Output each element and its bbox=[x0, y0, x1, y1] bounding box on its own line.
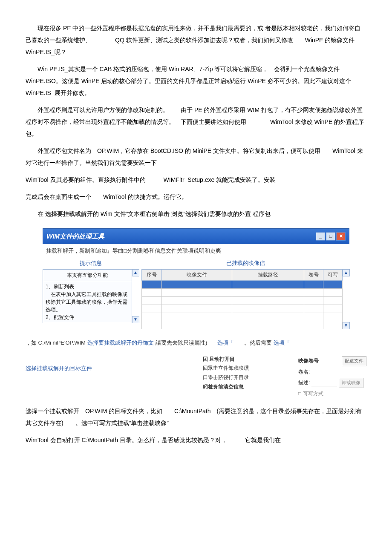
opt-auto-open[interactable]: 囙 且动打开目 bbox=[203, 355, 249, 364]
desc-label: 描述: bbox=[298, 378, 310, 388]
table-row[interactable] bbox=[142, 297, 343, 305]
scroll-up-icon[interactable]: ▲ bbox=[132, 269, 139, 276]
col-imagefile[interactable]: 映像文件 bbox=[162, 269, 232, 281]
config-file-button[interactable]: 配這文件 bbox=[342, 356, 366, 366]
options-label-2: 选项「 bbox=[274, 338, 290, 348]
tips-box: 本页有五部分功能 1、刷新列表 在表中加入其它工具挂载的映像或移除其它工具卸载的… bbox=[43, 269, 132, 323]
below-window-area: ，如 C:\Mi niPE'OP.WIM 选擇要挂载或解开的丹饰文 譆要先去除只… bbox=[26, 338, 366, 400]
tips-panel: 提示信息 本页有五部分功能 1、刷新列表 在表中加入其它工具挂载的映像或移除其它… bbox=[43, 257, 139, 323]
paragraph-3: 外置程序则是可以允许用户方便的修改和定制的。 由于 PE 的外置程序采用 WIM… bbox=[26, 104, 366, 140]
paragraph-8: 选择一个挂载或解开 OP.WIM 的目标文件夹，比如 C:\MountPath … bbox=[26, 405, 366, 429]
window-content: 提示信息 本页有五部分功能 1、刷新列表 在表中加入其它工具挂载的映像或移除其它… bbox=[43, 257, 349, 329]
paragraph-5: WimTool 及其必要的组件。直接执行附件中的 WIMFltr_Setup.e… bbox=[26, 174, 366, 186]
wimtool-window: WIM文件的处理工具 _ □ ✕ 挂载和解开，新制和追加』导曲□分割删卷和信息文… bbox=[43, 228, 349, 329]
scroll-down-icon[interactable]: ▼ bbox=[343, 322, 350, 329]
volume-no-label: 映像卷号 bbox=[298, 357, 319, 366]
minimize-button[interactable]: _ bbox=[316, 232, 325, 241]
inline-text: ，如 C:\Mi niPE'OP.WIM bbox=[26, 338, 86, 348]
opt-dblclick-unmount[interactable]: 回眾击立件卸载映燻 bbox=[203, 364, 249, 373]
select-target-label: 选择挂载或解开的目标立件 bbox=[26, 365, 92, 371]
options-label-1: 选项「 bbox=[217, 338, 234, 348]
right-fields: 映像卷号 配這文件 卷名: 描述: 卸载映像 □ 可写方式 bbox=[298, 355, 366, 400]
col-mountpath[interactable]: 挂载路径 bbox=[232, 269, 304, 281]
scroll-down-icon[interactable]: ▼ bbox=[132, 316, 139, 323]
close-button[interactable]: ✕ bbox=[336, 232, 346, 241]
paragraph-7: 在 选择要挂载或解开的 Wim 文件”文本框右侧单击 浏览”选择我们需要修改的外… bbox=[26, 208, 366, 220]
tab-labels: 挂载和解开，新制和追加』导曲□分割删卷和信息文件关联项说明和吏爽 bbox=[46, 247, 221, 254]
paragraph-6: 完成后会在桌面生成一个 WimTool 的快捷方式。运行它。 bbox=[26, 191, 366, 203]
table-title: 已挂载的映像信 bbox=[141, 257, 349, 269]
inline-text: 。然后需要 bbox=[244, 338, 272, 348]
tips-title: 提示信息 bbox=[43, 257, 139, 269]
table-row[interactable] bbox=[142, 321, 343, 329]
paragraph-2: Win PE.IS_其实是一个 CAB 格式的压缩包，使用 Win RAR、7-… bbox=[26, 63, 366, 99]
writable-checkbox[interactable]: □ 可写方式 bbox=[298, 389, 323, 399]
table-panel: 已挂载的映像信 序号 映像文件 挂载路径 卷号 可写 bbox=[141, 257, 349, 329]
paragraph-4: 外置程序包文件名为 OP.WIM，它存放在 BootCD.ISO 的 MiniP… bbox=[26, 145, 366, 169]
window-title: WIM文件的处理工具 bbox=[46, 230, 104, 242]
checkbox-options: 囙 且动打开目 回眾击立件卸载映燻 口擧击跻径打开目录 叼桩务前清空信息 bbox=[203, 355, 249, 391]
tips-body: 1、刷新列表 在表中加入其它工具挂载的映像或移除其它工具卸载的映像，操作无需选项… bbox=[43, 281, 132, 323]
window-titlebar[interactable]: WIM文件的处理工具 _ □ ✕ bbox=[43, 228, 349, 244]
tips-header: 本页有五部分功能 bbox=[43, 270, 132, 281]
window-controls: _ □ ✕ bbox=[316, 232, 346, 241]
inline-text: 譆要先去除只读属性) bbox=[156, 338, 207, 348]
table-row[interactable] bbox=[142, 289, 343, 297]
select-wim-label: 选擇要挂载或解开的丹饰文 bbox=[87, 338, 154, 348]
mounted-images-table[interactable]: 序号 映像文件 挂载路径 卷号 可写 bbox=[141, 269, 343, 330]
col-volno[interactable]: 卷号 bbox=[304, 269, 323, 281]
table-scrollbar[interactable]: ▲ ▼ bbox=[343, 269, 349, 330]
col-writable[interactable]: 可写 bbox=[323, 269, 343, 281]
tips-scrollbar[interactable]: ▲ ▼ bbox=[132, 269, 139, 323]
desc-input[interactable] bbox=[311, 380, 337, 386]
scroll-up-icon[interactable]: ▲ bbox=[343, 269, 350, 276]
volume-name-input[interactable] bbox=[311, 369, 337, 375]
unmount-button[interactable]: 卸载映像 bbox=[339, 378, 363, 388]
opt-clear-before[interactable]: 叼桩务前清空信息 bbox=[203, 382, 249, 392]
paragraph-9: WimTool 会自动打开 C:\MountPath 目录。怎么样，是否感觉比较… bbox=[26, 434, 366, 446]
table-row[interactable] bbox=[142, 313, 343, 321]
volume-name-label: 卷名: bbox=[298, 368, 310, 377]
table-row[interactable] bbox=[142, 305, 343, 313]
tab-bar[interactable]: 挂载和解开，新制和追加』导曲□分割删卷和信息文件关联项说明和吏爽 bbox=[43, 244, 349, 257]
maximize-button[interactable]: □ bbox=[326, 232, 335, 241]
col-index[interactable]: 序号 bbox=[142, 269, 162, 281]
paragraph-1: 现在很多 PE 中的一些外置程序都是根据光盘的实用性来做，并不是我们最需要的，或… bbox=[26, 22, 366, 58]
opt-dblclick-path[interactable]: 口擧击跻径打开目录 bbox=[203, 373, 249, 382]
table-row[interactable] bbox=[142, 281, 343, 289]
